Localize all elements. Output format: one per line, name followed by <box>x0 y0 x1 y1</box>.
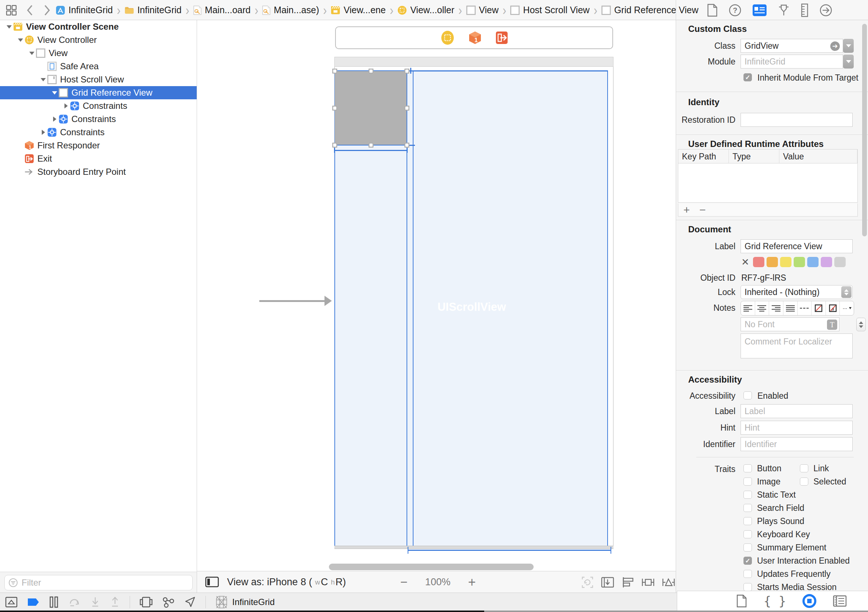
outline-row-exit[interactable]: Exit <box>0 152 197 165</box>
document-label-field[interactable]: Grid Reference View <box>741 239 852 253</box>
breadcrumb-item[interactable]: Main...oard <box>194 5 251 16</box>
file-template-library-icon[interactable] <box>736 594 747 607</box>
trait-checkbox[interactable] <box>744 491 752 499</box>
trait-checkbox[interactable] <box>800 477 808 486</box>
device-bezel-icon[interactable] <box>205 576 219 587</box>
zoom-out-button[interactable]: − <box>400 575 408 589</box>
attr-column-header[interactable]: Type <box>729 149 780 163</box>
trait-checkbox[interactable] <box>744 570 752 578</box>
revert-icon[interactable] <box>68 596 81 608</box>
filter-input[interactable]: Filter <box>5 575 193 590</box>
label-color-swatch[interactable] <box>821 257 832 267</box>
outline-row-view-controller[interactable]: View Controller <box>0 33 197 47</box>
add-constraints-icon[interactable] <box>641 576 655 589</box>
resize-handle[interactable] <box>369 69 374 74</box>
outline-row-grid-reference-view[interactable]: Grid Reference View <box>0 86 197 99</box>
trait-user-interaction-enabled[interactable]: ✓User Interaction Enabled <box>744 554 850 567</box>
quick-help-icon[interactable]: ? <box>728 4 742 17</box>
connections-inspector-icon[interactable] <box>819 4 832 17</box>
breadcrumb-item[interactable]: View...oller <box>397 5 454 16</box>
code-snippet-library-icon[interactable]: { } <box>764 594 786 608</box>
outline-row-constraints[interactable]: Constraints <box>0 99 197 112</box>
label-color-swatch[interactable] <box>780 257 792 267</box>
trait-checkbox[interactable] <box>744 544 752 551</box>
grid-reference-view[interactable] <box>334 71 407 145</box>
font-size-stepper[interactable] <box>856 318 866 331</box>
disclosure-triangle-icon[interactable] <box>39 78 47 81</box>
storyboard-entry-arrow[interactable] <box>259 300 325 302</box>
align-justify-icon[interactable] <box>783 301 798 315</box>
align-icon[interactable] <box>621 576 634 589</box>
breadcrumb-item[interactable]: View...ene <box>331 5 386 16</box>
attr-column-header[interactable]: Key Path <box>678 149 729 163</box>
trait-selected[interactable]: Selected <box>800 475 846 488</box>
font-picker-icon[interactable]: T <box>827 320 837 330</box>
accessibility-identifier-field[interactable]: Identifier <box>741 437 852 451</box>
jump-to-class-icon[interactable]: ➔ <box>830 41 840 51</box>
disclosure-triangle-icon[interactable] <box>17 39 25 42</box>
accessibility-label-field[interactable]: Label <box>741 404 852 418</box>
class-field[interactable]: GridView ➔ <box>741 39 843 53</box>
trait-checkbox[interactable] <box>744 464 752 472</box>
add-attribute-button[interactable]: + <box>684 204 690 216</box>
outline-row-view-controller-scene[interactable]: View Controller Scene <box>0 20 197 33</box>
outline-row-safe-area[interactable]: Safe Area <box>0 60 197 73</box>
trait-link[interactable]: Link <box>800 462 829 475</box>
class-dropdown-button[interactable] <box>843 39 854 53</box>
view-controller-icon[interactable] <box>440 30 454 45</box>
module-field[interactable]: InfiniteGrid <box>741 54 843 68</box>
resize-handle[interactable] <box>333 69 337 74</box>
trait-checkbox[interactable]: ✓ <box>744 557 752 565</box>
disclosure-triangle-icon[interactable] <box>62 103 70 109</box>
no-text-icon[interactable]: a <box>826 301 840 315</box>
media-library-icon[interactable] <box>5 596 18 607</box>
trait-checkbox[interactable] <box>800 464 808 472</box>
remove-attribute-button[interactable]: − <box>699 204 706 216</box>
trait-checkbox[interactable] <box>744 530 752 538</box>
attributes-inspector-icon[interactable] <box>778 4 790 17</box>
more-icon[interactable]: ... <box>840 301 854 315</box>
label-color-swatch[interactable] <box>834 257 846 267</box>
media-library-bottom-icon[interactable] <box>833 595 847 607</box>
disclosure-triangle-icon[interactable] <box>51 116 59 122</box>
outline-row-host-scroll-view[interactable]: Host Scroll View <box>0 73 197 86</box>
trait-search-field[interactable]: Search Field <box>744 501 804 514</box>
outline-row-constraints[interactable]: Constraints <box>0 112 197 126</box>
breadcrumb-item[interactable]: View <box>466 5 499 16</box>
trait-plays-sound[interactable]: Plays Sound <box>744 514 804 528</box>
view-as-label[interactable]: View as: iPhone 8 (wChR) <box>227 571 346 593</box>
first-responder-icon[interactable]: 1 <box>468 31 482 45</box>
outline-row-view[interactable]: View <box>0 47 197 60</box>
attr-column-header[interactable]: Value <box>780 149 857 163</box>
dashes-icon[interactable] <box>798 301 812 315</box>
outline-row-storyboard-entry-point[interactable]: Storyboard Entry Point <box>0 165 197 179</box>
module-dropdown-button[interactable] <box>843 54 854 68</box>
lock-dropdown[interactable]: Inherited - (Nothing) <box>741 285 852 299</box>
resize-handle[interactable] <box>333 106 337 111</box>
embed-in-stack-icon[interactable] <box>601 576 615 589</box>
resize-handle[interactable] <box>405 143 409 148</box>
no-fill-icon[interactable] <box>812 301 826 315</box>
update-frames-icon[interactable] <box>581 576 594 589</box>
outline-row-constraints[interactable]: Constraints <box>0 126 197 139</box>
trait-checkbox[interactable] <box>744 504 752 512</box>
breadcrumb-item[interactable]: Main...ase) <box>262 5 319 16</box>
project-status-label[interactable]: InfiniteGrid <box>232 597 275 607</box>
clear-color-button[interactable]: ✕ <box>741 255 749 269</box>
breadcrumb-item[interactable]: Host Scroll View <box>510 5 590 16</box>
font-field[interactable]: No Font T <box>741 317 839 331</box>
inherit-module-checkbox[interactable]: ✓ <box>744 73 752 81</box>
breadcrumb-item[interactable]: InfiniteGrid <box>56 5 113 16</box>
localizer-comment-field[interactable]: Comment For Localizer <box>741 334 852 359</box>
align-right-icon[interactable] <box>769 301 783 315</box>
disclosure-triangle-icon[interactable] <box>5 25 13 29</box>
resize-handle[interactable] <box>405 69 409 74</box>
columns-icon[interactable] <box>49 596 59 608</box>
zoom-in-button[interactable]: + <box>468 575 476 590</box>
trait-summary-element[interactable]: Summary Element <box>744 541 826 554</box>
outline-row-first-responder[interactable]: 1First Responder <box>0 139 197 152</box>
breadcrumb-item[interactable]: InfiniteGrid <box>124 5 182 16</box>
share-graph-icon[interactable] <box>162 596 175 608</box>
label-color-swatch[interactable] <box>807 257 818 267</box>
inspector-scrollbar[interactable] <box>862 24 867 236</box>
